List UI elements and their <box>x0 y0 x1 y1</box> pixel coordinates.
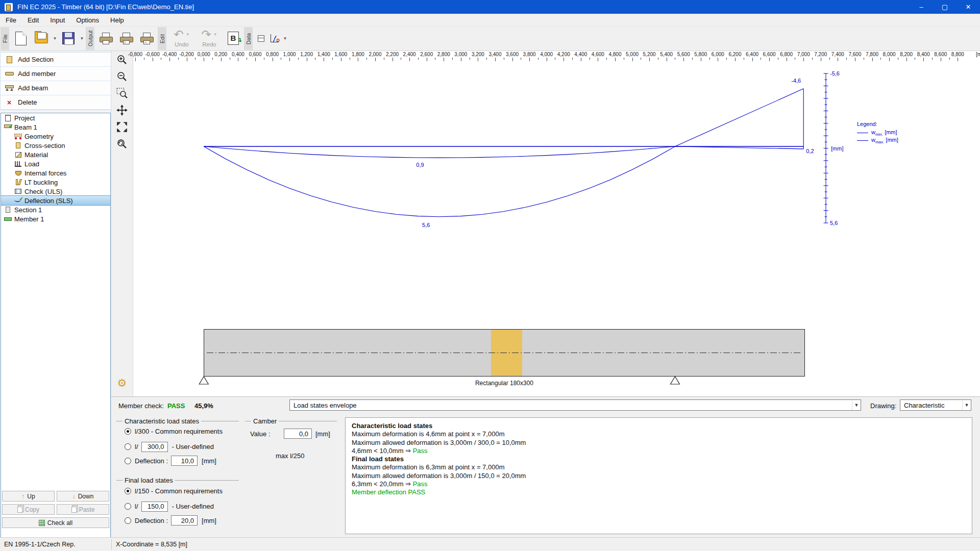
result-line: 4,6mm < 10,0mm ⇒ Pass <box>352 447 966 455</box>
user-value-input[interactable] <box>171 515 198 525</box>
drawing-combo[interactable]: Characteristic ▼ <box>900 399 971 411</box>
radio-button[interactable] <box>125 503 131 510</box>
ruler-tick <box>923 58 924 61</box>
zoom-previous-button[interactable] <box>115 138 129 152</box>
status-separator <box>111 539 112 550</box>
load-states-combo[interactable]: Load states envelope ▼ <box>289 399 861 411</box>
tree-item-check-uls-[interactable]: Check (ULS) <box>1 187 110 196</box>
add-member-icon <box>5 70 14 78</box>
print-check-button[interactable]: ≺ <box>137 27 157 49</box>
new-document-button[interactable] <box>11 27 31 49</box>
radio-button[interactable] <box>125 488 131 494</box>
tree-item-internal-forces[interactable]: Internal forces <box>1 168 110 178</box>
radio-prefix-label: l/ <box>135 443 138 450</box>
menu-item-input[interactable]: Input <box>44 15 70 26</box>
print-button[interactable] <box>96 27 116 49</box>
tree-item-material[interactable]: Material <box>1 150 110 159</box>
ruler-subtick <box>590 58 590 60</box>
user-value-input[interactable] <box>141 442 168 452</box>
down-button[interactable]: ↓Down <box>57 491 109 502</box>
radio-button[interactable] <box>125 517 131 524</box>
menu-item-help[interactable]: Help <box>105 15 130 26</box>
save-dropdown[interactable]: ▼ <box>79 27 85 49</box>
save-button[interactable] <box>58 27 79 49</box>
ruler-tick-label: 1,000 <box>283 52 296 57</box>
diagram-dropdown[interactable]: ▼ <box>282 27 288 49</box>
tree-item-label: Check (ULS) <box>24 188 62 195</box>
ruler-tick <box>906 58 907 61</box>
radio-button[interactable] <box>125 443 131 450</box>
redo-button[interactable]: ↷▼ Redo <box>195 28 223 51</box>
zoom-out-button[interactable] <box>115 70 129 85</box>
minimize-button[interactable]: – <box>910 0 933 14</box>
report-button[interactable]: B <box>223 27 243 49</box>
tree-item-deflection-sls-[interactable]: ✓Deflection (SLS) <box>1 196 110 205</box>
up-button[interactable]: ↑Up <box>2 491 55 502</box>
tree-item-geometry[interactable]: Geometry <box>1 132 110 141</box>
ruler-tick <box>581 58 581 61</box>
zoom-out-icon <box>116 71 128 84</box>
copy-button[interactable]: Copy <box>2 504 55 515</box>
tree-item-lt-buckling[interactable]: LT buckling <box>1 178 110 187</box>
tree-item-load[interactable]: Load <box>1 159 110 168</box>
tree-item-beam-1[interactable]: ✓Beam 1 <box>1 122 110 132</box>
ruler-tick-label: 1,600 <box>334 52 347 57</box>
tree-item-cross-section[interactable]: Cross-section <box>1 141 110 150</box>
legend-entry-label: wmin. [mm] <box>871 129 897 137</box>
paste-button[interactable]: Paste <box>57 504 109 515</box>
ruler-subtick <box>898 58 898 60</box>
radio-prefix-label: Deflection : <box>135 517 168 524</box>
zoom-fit-button[interactable] <box>115 121 129 135</box>
user-value-input[interactable] <box>141 502 168 512</box>
drawing-canvas[interactable]: -0,800-0,600-0,400-0,2000,0000,2000,4000… <box>133 51 980 396</box>
ruler-subtick <box>401 58 401 60</box>
zoom-in-button[interactable] <box>115 54 129 68</box>
result-line: Maximum deformation is 4,6mm at point x … <box>352 430 966 438</box>
open-button[interactable] <box>31 27 52 49</box>
sidebar-action-add-section[interactable]: Add Section <box>1 53 111 67</box>
diagram-button[interactable] <box>267 27 282 49</box>
ruler-subtick <box>846 58 847 60</box>
sidebar-action-delete[interactable]: ×Delete <box>1 95 111 110</box>
check-all-button[interactable]: Check all <box>2 517 109 528</box>
ruler-tick-label: 4,600 <box>592 52 604 57</box>
paste-icon <box>71 507 77 513</box>
camber-value-input[interactable] <box>284 429 312 439</box>
toolbar-group-file: File <box>1 27 9 50</box>
pan-button[interactable] <box>115 104 129 118</box>
ruler-tick <box>495 58 496 61</box>
open-dropdown[interactable]: ▼ <box>52 27 58 49</box>
radio-button[interactable] <box>125 428 131 435</box>
menu-item-options[interactable]: Options <box>70 15 105 26</box>
project-icon <box>4 115 12 121</box>
sidebar-action-add-beam[interactable]: Add beam <box>1 81 111 95</box>
ruler-tick-label: 2,200 <box>386 52 399 57</box>
tree-item-member-1[interactable]: Member 1 <box>1 214 110 223</box>
drawing-settings-gear-button[interactable]: ⚙ <box>115 376 129 390</box>
toolbar-group-output: Output <box>86 27 94 50</box>
print-document-button[interactable]: ≡ <box>116 27 137 49</box>
maximize-button[interactable]: ▢ <box>933 0 957 14</box>
tree-item-project[interactable]: Project <box>1 113 110 122</box>
redo-dropdown[interactable]: ▼ <box>213 32 217 37</box>
load-icon <box>14 161 22 167</box>
undo-button[interactable]: ↶▼ Undo <box>168 28 195 51</box>
ruler-tick-label: 2,400 <box>403 52 416 57</box>
table-button[interactable] <box>254 27 267 49</box>
ruler-subtick <box>744 58 744 60</box>
menu-item-edit[interactable]: Edit <box>22 15 44 26</box>
zoom-window-button[interactable] <box>115 87 129 102</box>
ruler-tick-label: 6,000 <box>712 52 724 57</box>
menu-item-file[interactable]: File <box>0 15 22 26</box>
ruler-tick-label: 1,400 <box>317 52 330 57</box>
result-line: 6,3mm < 20,0mm ⇒ Pass <box>352 480 966 488</box>
undo-dropdown[interactable]: ▼ <box>186 32 190 37</box>
tree-item-section-1[interactable]: Section 1 <box>1 205 110 214</box>
ruler-subtick <box>161 58 161 60</box>
radio-suffix-label: [mm] <box>202 517 216 524</box>
ruler-tick-label: -0,800 <box>128 52 142 57</box>
sidebar-action-add-member[interactable]: Add member <box>1 67 111 81</box>
close-button[interactable]: ✕ <box>957 0 980 14</box>
user-value-input[interactable] <box>171 456 198 466</box>
radio-button[interactable] <box>125 458 131 464</box>
